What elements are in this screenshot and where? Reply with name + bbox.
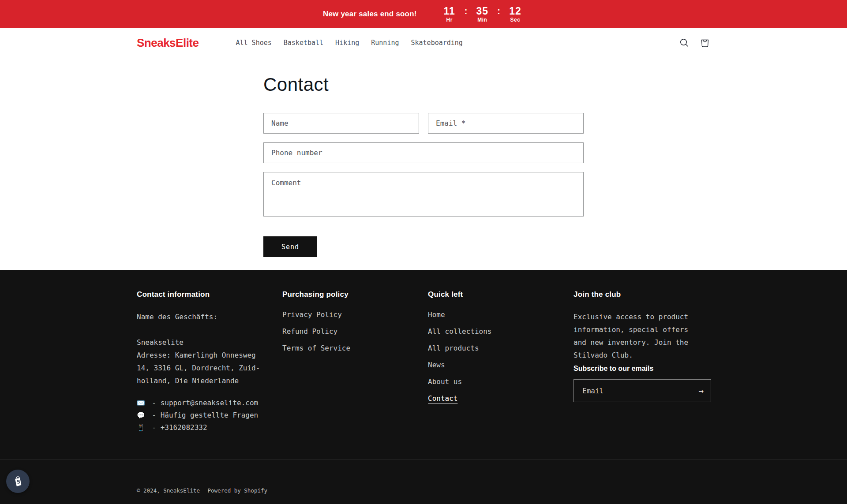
timer-hours: 11 Hr <box>441 6 458 23</box>
powered-by-shopify-link[interactable]: Powered by Shopify <box>208 487 267 494</box>
footer-purchasing-policy: Purchasing policy Privacy Policy Refund … <box>282 290 428 434</box>
store-name-label: Name des Geschäfts: <box>137 310 269 323</box>
footer-link-all-products[interactable]: All products <box>428 344 479 352</box>
footer-link-about-us[interactable]: About us <box>428 377 462 386</box>
footer-quick-links: Quick left Home All collections All prod… <box>428 290 573 434</box>
search-icon <box>679 38 689 48</box>
main-content: Contact Send <box>0 57 847 270</box>
contact-method-email: ✉️ - support@sneakselite.com <box>137 397 282 409</box>
site-footer: Contact information Name des Geschäfts: … <box>0 270 847 504</box>
timer-seconds-value: 12 <box>509 6 521 16</box>
timer-separator: : <box>465 6 468 16</box>
email-input[interactable] <box>428 113 584 134</box>
announcement-message: New year sales end soon! <box>323 10 417 19</box>
store-address: Adresse: Kamerlingh Onnesweg 14, 3316 GL… <box>137 349 269 387</box>
cart-icon <box>700 38 710 48</box>
speech-bubble-icon: 💬 <box>137 411 145 419</box>
page-title: Contact <box>263 74 584 95</box>
send-button[interactable]: Send <box>263 236 317 257</box>
arrow-right-icon: → <box>699 386 704 396</box>
contact-method-email-text: - support@sneakselite.com <box>152 399 258 407</box>
site-header: SneaksElite All Shoes Basketball Hiking … <box>0 28 847 57</box>
comment-textarea[interactable] <box>263 172 584 217</box>
footer-link-terms-of-service[interactable]: Terms of Service <box>282 344 350 352</box>
timer-hours-label: Hr <box>446 17 452 23</box>
store-logo[interactable]: SneaksElite <box>137 36 199 50</box>
cart-button[interactable] <box>700 37 710 48</box>
timer-seconds-label: Sec <box>510 17 521 23</box>
timer-minutes: 35 Min <box>473 6 491 23</box>
announcement-bar: New year sales end soon! 11 Hr : 35 Min … <box>0 0 847 28</box>
footer-heading-join-the-club: Join the club <box>573 290 711 299</box>
contact-method-faq: 💬 - Häufig gestellte Fragen <box>137 409 282 422</box>
footer-join-the-club: Join the club Exclusive access to produc… <box>573 290 711 434</box>
countdown-timer: 11 Hr : 35 Min : 12 Sec <box>441 6 524 23</box>
footer-heading-purchasing-policy: Purchasing policy <box>282 290 428 299</box>
copyright-bar: © 2024, SneaksElite Powered by Shopify <box>137 459 710 494</box>
newsletter-email-input[interactable] <box>574 387 692 395</box>
contact-method-faq-text: - Häufig gestellte Fragen <box>152 411 258 419</box>
join-club-description: Exclusive access to product information,… <box>573 310 704 362</box>
footer-link-refund-policy[interactable]: Refund Policy <box>282 327 337 336</box>
newsletter-signup: → <box>573 379 711 402</box>
timer-minutes-value: 35 <box>476 6 489 16</box>
contact-method-phone-text: - +3162082332 <box>152 423 207 432</box>
copyright-link[interactable]: © 2024, SneaksElite <box>137 487 200 494</box>
subscribe-label: Subscribe to our emails <box>573 365 711 373</box>
timer-hours-value: 11 <box>443 6 455 16</box>
footer-heading-contact-information: Contact information <box>137 290 282 299</box>
contact-method-phone: 📱 - +3162082332 <box>137 422 282 434</box>
footer-link-privacy-policy[interactable]: Privacy Policy <box>282 310 342 319</box>
nav-link-basketball[interactable]: Basketball <box>284 39 323 47</box>
timer-separator: : <box>497 6 500 16</box>
mobile-phone-icon: 📱 <box>137 424 145 432</box>
footer-heading-quick-left: Quick left <box>428 290 573 299</box>
footer-link-news[interactable]: News <box>428 361 445 369</box>
nav-link-all-shoes[interactable]: All Shoes <box>236 39 271 47</box>
nav-link-running[interactable]: Running <box>371 39 399 47</box>
footer-contact-information: Contact information Name des Geschäfts: … <box>137 290 282 434</box>
contact-methods: ✉️ - support@sneakselite.com 💬 - Häufig … <box>137 397 282 434</box>
name-input[interactable] <box>263 113 419 134</box>
contact-form: Send <box>263 113 584 257</box>
main-nav: All Shoes Basketball Hiking Running Skat… <box>236 39 462 47</box>
timer-minutes-label: Min <box>477 17 487 23</box>
nav-link-skateboarding[interactable]: Skateboarding <box>411 39 462 47</box>
shopify-bag-icon: S <box>11 475 25 488</box>
nav-link-hiking[interactable]: Hiking <box>335 39 359 47</box>
store-name: Sneakselite <box>137 336 269 349</box>
footer-link-home[interactable]: Home <box>428 310 445 319</box>
phone-input[interactable] <box>263 142 584 163</box>
timer-seconds: 12 Sec <box>506 6 524 23</box>
footer-link-contact[interactable]: Contact <box>428 394 457 403</box>
envelope-icon: ✉️ <box>137 399 145 407</box>
newsletter-submit-button[interactable]: → <box>692 386 711 396</box>
footer-link-all-collections[interactable]: All collections <box>428 327 492 336</box>
shopify-chat-button[interactable]: S <box>6 470 30 493</box>
search-button[interactable] <box>679 37 690 48</box>
